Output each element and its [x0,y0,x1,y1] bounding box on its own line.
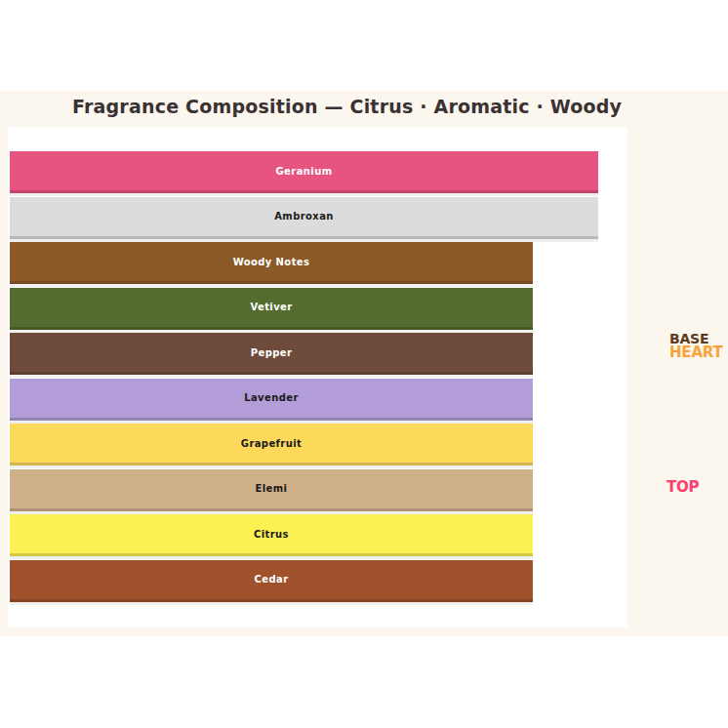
bar-label: Cedar [255,574,289,585]
chart-bar-vetiver: Vetiver [10,288,533,330]
chart-title: Fragrance Composition — Citrus · Aromati… [72,96,619,117]
chart-bar-elemi: Elemi [10,469,533,511]
bar-label: Geranium [276,166,333,177]
bar-label: Grapefruit [241,438,302,449]
bar-label: Elemi [256,483,288,494]
chart-bar-ambroxan: Ambroxan [10,197,598,239]
chart-bar-citrus: Citrus [10,514,533,556]
chart-bar-grapefruit: Grapefruit [10,424,533,465]
bar-label: Woody Notes [233,257,310,267]
plot-area: GeraniumAmbroxanWoody NotesVetiverPepper… [8,127,627,627]
chart-bar-pepper: Pepper [10,333,533,375]
group-label-heart: HEART [669,344,723,361]
chart-bar-lavender: Lavender [10,379,533,421]
bar-label: Citrus [254,529,289,540]
chart-bar-geranium: Geranium [10,151,598,193]
bar-label: Vetiver [250,302,292,312]
group-label-top: TOP [667,478,699,496]
chart-bar-woody-notes: Woody Notes [10,242,533,284]
bar-label: Lavender [244,392,299,403]
bar-label: Ambroxan [274,211,334,222]
bar-label: Pepper [251,347,293,358]
fragrance-composition-chart: Fragrance Composition — Citrus · Aromati… [0,0,728,728]
chart-bar-cedar: Cedar [10,560,533,602]
